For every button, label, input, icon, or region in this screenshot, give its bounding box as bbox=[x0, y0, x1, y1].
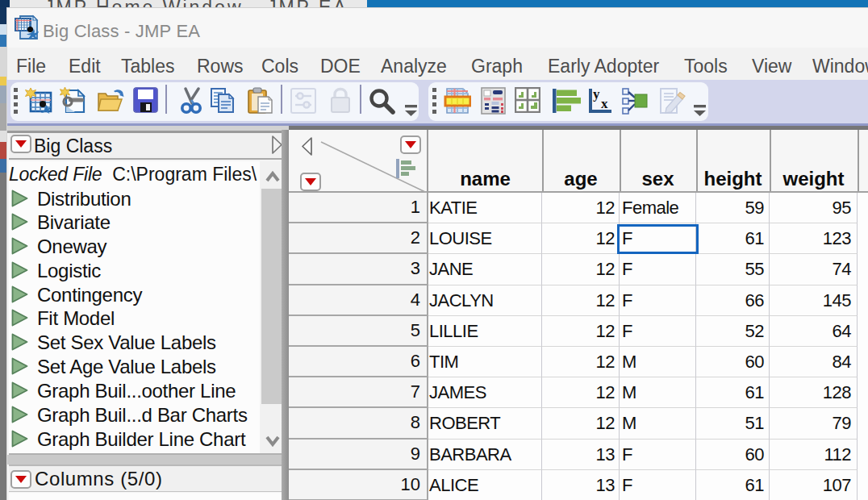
svg-text:y: y bbox=[593, 87, 600, 102]
svg-text:x: x bbox=[601, 96, 608, 111]
